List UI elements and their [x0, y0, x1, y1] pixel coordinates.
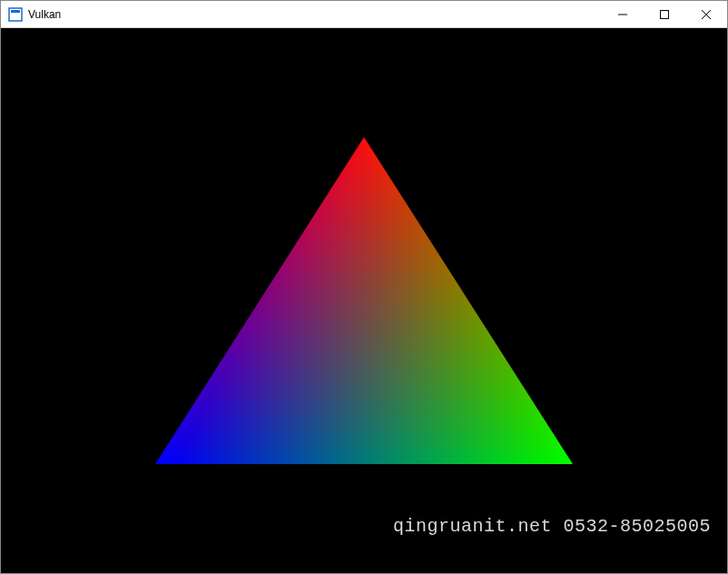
window-titlebar: Vulkan [1, 1, 727, 28]
watermark-text: qingruanit.net 0532-85025005 [393, 516, 711, 537]
svg-rect-1 [11, 10, 20, 13]
close-icon [702, 10, 711, 19]
window-controls [602, 1, 727, 27]
render-viewport: qingruanit.net 0532-85025005 [1, 28, 727, 573]
minimize-icon [618, 10, 627, 19]
maximize-icon [660, 10, 669, 19]
minimize-button[interactable] [602, 1, 644, 27]
maximize-button[interactable] [644, 1, 685, 27]
rgb-triangle [155, 137, 573, 464]
svg-rect-3 [661, 10, 669, 18]
svg-marker-8 [155, 137, 573, 464]
titlebar-left: Vulkan [1, 7, 602, 22]
window-title: Vulkan [28, 8, 61, 21]
rendered-scene [1, 28, 727, 573]
app-icon [8, 7, 23, 22]
close-button[interactable] [685, 1, 727, 27]
